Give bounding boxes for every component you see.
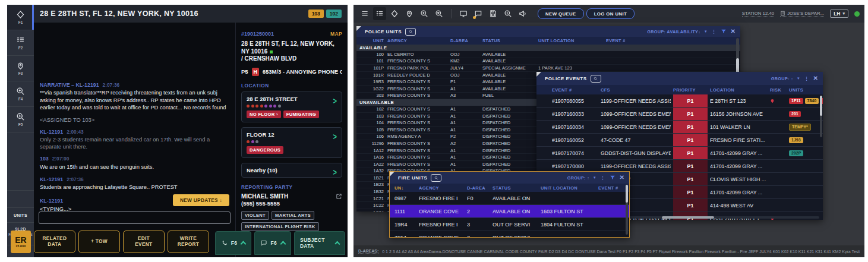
column-header[interactable]: D-AREA xyxy=(450,38,479,43)
close-icon[interactable]: ✕ xyxy=(620,175,624,181)
sidebar-fkey-f1[interactable]: F1 xyxy=(7,5,34,30)
fire-unit-row[interactable]: 19R4FRESNO FIRE I3OUT OF SERVI1804 FULTO… xyxy=(390,218,629,231)
chevron-down-icon[interactable]: ▾ xyxy=(594,175,596,180)
column-header[interactable]: D-AREA xyxy=(467,185,490,191)
group-by-control[interactable]: GROUP: ↑ xyxy=(567,175,589,181)
sidebar-fkey-f3[interactable]: F3 xyxy=(7,56,34,81)
department-link[interactable]: JOSE'S DEPAR... xyxy=(780,11,824,17)
column-header[interactable]: UNIT LOCATION xyxy=(538,38,602,43)
column-header[interactable]: EVENT # xyxy=(606,38,740,43)
event-number-link[interactable]: #1901250001 xyxy=(241,31,274,37)
column-header[interactable]: AGENCY xyxy=(419,185,464,191)
new-queue-button[interactable]: NEW QUEUE xyxy=(538,8,584,19)
event-row[interactable]: #190716005247-CODE 47P1FRESNO FIRE STATI… xyxy=(536,134,823,147)
column-header[interactable]: LOCATION xyxy=(710,87,768,93)
group-by-control[interactable]: GROUP: AVAILABILITY↓ xyxy=(647,29,700,34)
unit-badge[interactable]: 1J93 xyxy=(789,137,803,143)
narrative-input[interactable] xyxy=(39,212,231,224)
fire-unit-row[interactable]: 0987FRESNO FIRE IF0AVAILABLE ON91 xyxy=(390,192,629,205)
location-card[interactable]: Nearby (10)> xyxy=(241,163,342,178)
assigned-unit-badge[interactable]: 103 xyxy=(308,10,324,18)
station-link[interactable]: STATION 12.40 xyxy=(742,11,774,17)
location-card[interactable]: 28 E 28TH STREET>NO FLOOR ›FUMIGATING xyxy=(241,91,342,122)
vertical-scrollbar[interactable] xyxy=(626,185,628,235)
position-dropdown[interactable]: LH ▾ xyxy=(830,10,848,18)
unit-row[interactable]: 101FRESNO COUNTY SKM2AVAILABLE xyxy=(356,58,740,65)
unit-badge[interactable]: 201 xyxy=(789,111,801,117)
toolbar-map-pin-button[interactable] xyxy=(403,7,416,20)
unit-badge[interactable]: 7840 xyxy=(805,98,819,104)
unit-badge[interactable]: 1F11 xyxy=(789,98,803,104)
chat-f6-button[interactable]: F6 xyxy=(254,231,291,255)
panel-corner-handle[interactable] xyxy=(356,26,361,31)
d-areas-items[interactable]: 0 1 2 3 A1 A2 A3 A4 AreaDanea-DONOTUSE C… xyxy=(382,250,860,254)
new-updates-button[interactable]: NEW UPDATES ↓ xyxy=(173,194,229,206)
column-header[interactable]: EVENT # xyxy=(552,87,598,93)
panel-corner-handle[interactable] xyxy=(536,72,541,77)
toolbar-megaphone-button[interactable] xyxy=(516,7,529,20)
toolbar-search-diamond-button[interactable] xyxy=(418,7,431,20)
search-icon[interactable] xyxy=(405,28,416,36)
event-row[interactable]: #19070800551199-OFFICER NEEDS ASSISTANP1… xyxy=(536,94,823,108)
column-header[interactable]: UNIT xyxy=(356,38,384,43)
event-row[interactable]: #19071600341099-OFFICER NEEDS EMERGENP11… xyxy=(536,121,823,134)
column-header[interactable]: CFS xyxy=(601,87,671,93)
toolbar-search-heart-button[interactable] xyxy=(433,7,446,20)
column-header[interactable]: STATUS xyxy=(482,38,535,43)
event-row[interactable]: #1907170074GDDST-DIST-GUN DISPLAYEDP1417… xyxy=(536,147,823,160)
map-link[interactable]: MAP xyxy=(330,31,342,37)
fire-unit-row[interactable]: 1111ORANGE COVE2AVAILABLE ON1603 FULTON … xyxy=(390,205,629,218)
chevron-down-icon[interactable]: ▾ xyxy=(797,76,800,81)
event-action-button-0[interactable]: RELATED DATA xyxy=(34,231,75,253)
subject-data-button[interactable]: SUBJECT DATA xyxy=(294,231,345,255)
assigned-unit-badge[interactable]: 102 xyxy=(326,10,342,18)
group-by-control[interactable]: GROUP: ↑ xyxy=(771,76,793,81)
chevron-down-icon[interactable]: ▾ xyxy=(705,29,707,34)
unit-badge[interactable]: TEMPY* xyxy=(789,124,811,131)
toolbar-floppy-button[interactable] xyxy=(487,7,500,20)
toolbar-monitor-button[interactable] xyxy=(457,7,470,20)
column-header[interactable]: RISK xyxy=(770,87,787,93)
unit-badge[interactable]: 202P xyxy=(789,150,803,156)
close-icon[interactable]: ✕ xyxy=(813,75,818,81)
fire-units-titlebar[interactable]: FIRE UNITS GROUP: ↑ ▾ ✕ xyxy=(390,172,629,184)
event-action-button-3[interactable]: WRITE REPORT xyxy=(168,231,209,253)
column-header[interactable]: UNIT LOCATION xyxy=(541,185,595,191)
filter-funnel-icon[interactable] xyxy=(610,175,616,181)
toolbar-hamburger-button[interactable] xyxy=(358,7,371,20)
call-f6-button[interactable]: F6 xyxy=(215,231,252,255)
event-action-button-1[interactable]: + TOW xyxy=(78,231,120,253)
sidebar-more-button[interactable] xyxy=(7,190,34,207)
sidebar-fkey-f2[interactable]: F2 xyxy=(7,30,34,56)
group-header-row[interactable]: AVAILABLE xyxy=(356,45,740,51)
column-header[interactable]: PRIORITY xyxy=(673,87,708,93)
police-units-titlebar[interactable]: POLICE UNITS GROUP: AVAILABILITY↓ ▾ ✕ xyxy=(356,26,740,37)
vertical-scrollbar[interactable] xyxy=(820,96,822,137)
unit-row[interactable]: 101PFRESNO PARK POLJULY4SPECIAL ASSIGNME… xyxy=(356,65,740,72)
police-events-titlebar[interactable]: POLICE EVENTS GROUP: ↑ ▾ ✕ xyxy=(536,72,823,85)
kebab-icon[interactable] xyxy=(600,175,605,181)
toolbar-chat-button[interactable] xyxy=(472,7,485,20)
close-icon[interactable]: ✕ xyxy=(731,29,736,34)
column-header[interactable]: EVENT # xyxy=(598,185,628,191)
sidebar-units-button[interactable]: UNITS xyxy=(7,207,34,223)
column-header[interactable]: STATUS xyxy=(493,185,538,191)
kebab-icon[interactable] xyxy=(804,76,809,81)
toolbar-diamond-button[interactable] xyxy=(388,7,401,20)
search-icon[interactable] xyxy=(591,75,601,83)
kebab-icon[interactable] xyxy=(711,29,717,34)
log-on-unit-button[interactable]: LOG ON UNIT xyxy=(586,8,635,19)
column-header[interactable]: UNITS xyxy=(789,87,823,93)
search-icon[interactable] xyxy=(431,174,441,182)
fire-unit-row[interactable]: 7654ORANGE COVE3OUT OF SERVI xyxy=(390,231,629,238)
er-timer-button[interactable]: ER 15 min xyxy=(11,231,31,253)
unit-row[interactable]: 100EL CERRITOOOJAVAILABLE xyxy=(356,51,740,58)
sidebar-fkey-f5[interactable]: F5 xyxy=(7,107,34,132)
event-action-button-2[interactable]: EDIT EVENT xyxy=(123,231,165,253)
toolbar-search-gear-button[interactable] xyxy=(501,7,515,20)
column-header[interactable]: UN↓ xyxy=(394,185,416,191)
location-card[interactable]: FLOOR 12>DANGEROUS xyxy=(241,127,342,158)
sidebar-fkey-f4[interactable]: F4 xyxy=(7,81,34,107)
event-row[interactable]: #19071600331099-OFFICER NEEDS EMERGENP11… xyxy=(536,108,823,121)
toolbar-event-list-button[interactable] xyxy=(373,7,386,20)
